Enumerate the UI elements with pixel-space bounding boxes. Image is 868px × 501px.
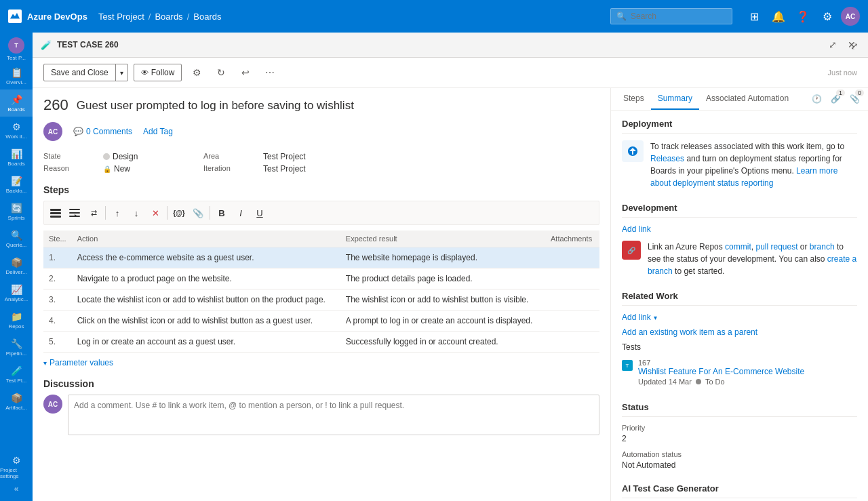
- step-add-btn[interactable]: [47, 204, 64, 222]
- table-row[interactable]: 4. Click on the wishlist icon or add to …: [43, 310, 599, 332]
- undo-btn[interactable]: ↩: [236, 63, 255, 82]
- dev-add-link[interactable]: Add link: [622, 224, 857, 234]
- step-tool-sep2: [167, 206, 167, 220]
- history-tab-icon[interactable]: 🕐: [808, 91, 825, 107]
- step-insert-btn[interactable]: [66, 204, 83, 222]
- grid-icon[interactable]: ⊞: [743, 5, 765, 27]
- sidebar-label-sprints: Sprints: [8, 215, 25, 221]
- link-tab-icon[interactable]: 🔗 1: [827, 91, 844, 107]
- table-row[interactable]: 2. Navigate to a product page on the web…: [43, 268, 599, 289]
- priority-value[interactable]: 2: [622, 434, 857, 443]
- add-link-label: Add link: [622, 313, 651, 322]
- tab-summary[interactable]: Summary: [651, 88, 699, 110]
- step-expected: The wishlist icon or add to wishlist but…: [340, 289, 545, 310]
- step-tool-sep3: [210, 206, 210, 220]
- sprints-icon: 🔄: [11, 203, 22, 214]
- breadcrumb-project[interactable]: Test Project: [98, 12, 144, 22]
- iteration-value[interactable]: Test Project: [263, 164, 358, 174]
- step-shared-btn[interactable]: ⇄: [85, 204, 102, 222]
- svg-rect-5: [69, 216, 80, 217]
- search-input[interactable]: [631, 12, 726, 21]
- top-nav-icons: ⊞ 🔔 ❓ ⚙ AC: [743, 5, 860, 27]
- sidebar-label-delivery: Deliver...: [5, 269, 26, 275]
- reason-value[interactable]: 🔒 New: [103, 164, 198, 174]
- app-logo[interactable]: Azure DevOps: [8, 9, 87, 23]
- sidebar-item-backlogs[interactable]: 📝 Backlo...: [0, 171, 33, 198]
- collapse-sidebar-btn[interactable]: «: [0, 479, 33, 498]
- sidebar-item-pipelines[interactable]: 🔧 Pipelin...: [0, 334, 33, 361]
- attachment-tab-icon[interactable]: 📎 0: [846, 91, 863, 107]
- dialog-header: 🧪 TEST CASE 260 ⤢ ✕: [33, 33, 868, 58]
- add-link-btn[interactable]: Add link ▾: [622, 313, 857, 322]
- step-action: Locate the wishlist icon or add to wishl…: [72, 289, 340, 310]
- step-tool-sep1: [105, 206, 106, 220]
- save-close-dropdown-icon[interactable]: ▾: [116, 66, 127, 80]
- testplans-icon: 🧪: [11, 365, 22, 376]
- tab-associated-automation[interactable]: Associated Automation: [699, 88, 795, 110]
- step-down-btn[interactable]: ↓: [127, 204, 145, 222]
- project-settings-item[interactable]: ⚙ Project settings: [0, 455, 33, 479]
- step-expected: A prompt to log in or create an account …: [340, 310, 545, 332]
- sidebar-item-delivery[interactable]: 📦 Deliver...: [0, 252, 33, 279]
- add-tag-btn[interactable]: Add Tag: [143, 127, 173, 136]
- user-avatar-sm[interactable]: AC: [43, 122, 62, 141]
- tab-steps[interactable]: Steps: [616, 88, 651, 110]
- step-attachments: [545, 268, 599, 289]
- step-italic-btn[interactable]: I: [232, 204, 250, 222]
- releases-link[interactable]: Releases: [650, 154, 684, 163]
- table-row[interactable]: 1. Access the e-commerce website as a gu…: [43, 247, 599, 268]
- sidebar-item-boards2[interactable]: 📊 Boards: [0, 144, 33, 171]
- expand-view-btn[interactable]: ⤢: [846, 38, 863, 54]
- related-item-title[interactable]: Wishlist Feature For An E-Commerce Websi…: [638, 367, 804, 376]
- expand-icon[interactable]: ⤢: [825, 37, 841, 53]
- branch-link[interactable]: branch: [810, 242, 835, 252]
- step-underline-btn[interactable]: U: [251, 204, 269, 222]
- more-btn[interactable]: ⋯: [260, 63, 279, 82]
- step-bold-btn[interactable]: B: [213, 204, 231, 222]
- svg-rect-1: [50, 212, 61, 214]
- follow-btn[interactable]: 👁 Follow: [134, 64, 182, 81]
- add-existing-link[interactable]: Add an existing work item as a parent: [622, 327, 857, 337]
- item-title[interactable]: Guest user prompted to log in before sav…: [77, 96, 599, 113]
- tests-label: Tests: [622, 342, 857, 352]
- breadcrumb-boards2[interactable]: Boards: [193, 12, 221, 22]
- pull-request-link[interactable]: pull request: [755, 242, 797, 252]
- state-value[interactable]: Design: [103, 152, 198, 161]
- sidebar-item-project[interactable]: T Test P...: [0, 35, 33, 62]
- gear-btn[interactable]: ⚙: [187, 63, 206, 82]
- step-attach-btn[interactable]: 📎: [189, 204, 207, 222]
- step-delete-btn[interactable]: ✕: [146, 204, 164, 222]
- user-avatar[interactable]: AC: [841, 7, 860, 26]
- sidebar-item-queries[interactable]: 🔍 Querie...: [0, 225, 33, 252]
- sidebar-item-sprints[interactable]: 🔄 Sprints: [0, 198, 33, 225]
- top-nav: Azure DevOps Test Project / Boards / Boa…: [0, 0, 868, 33]
- sidebar-item-artifacts[interactable]: 📦 Artifact...: [0, 388, 33, 415]
- sidebar-item-work[interactable]: ⚙ Work it...: [0, 117, 33, 144]
- bell-icon[interactable]: 🔔: [768, 5, 789, 27]
- sidebar-label-pipelines: Pipelin...: [6, 350, 27, 357]
- step-param-btn[interactable]: {@}: [170, 204, 188, 222]
- settings-icon[interactable]: ⚙: [816, 5, 838, 27]
- sidebar-item-analytics[interactable]: 📈 Analytic...: [0, 279, 33, 306]
- comments-link[interactable]: 💬 0 Comments: [73, 127, 132, 136]
- sidebar-item-testplans[interactable]: 🧪 Test Pl...: [0, 361, 33, 388]
- sidebar-item-boards[interactable]: 📌 Boards: [0, 89, 33, 117]
- param-values-toggle[interactable]: ▾ Parameter values: [43, 358, 599, 367]
- step-up-btn[interactable]: ↑: [108, 204, 126, 222]
- refresh-btn[interactable]: ↻: [212, 63, 231, 82]
- breadcrumb-boards1[interactable]: Boards: [155, 12, 182, 22]
- comment-input[interactable]: [68, 395, 599, 435]
- sidebar-item-overview[interactable]: 📋 Overvi...: [0, 62, 33, 89]
- sidebar-item-repos[interactable]: 📁 Repos: [0, 306, 33, 334]
- commit-link[interactable]: commit: [725, 242, 751, 252]
- attachment-badge: 0: [855, 89, 864, 96]
- help-icon[interactable]: ❓: [792, 5, 814, 27]
- table-row[interactable]: 5. Log in or create an account as a gues…: [43, 332, 599, 353]
- automation-status-value[interactable]: Not Automated: [622, 460, 857, 470]
- repos-icon: 📁: [11, 311, 22, 322]
- step-attachments: [545, 332, 599, 353]
- save-close-btn[interactable]: Save and Close ▾: [43, 64, 128, 81]
- table-row[interactable]: 3. Locate the wishlist icon or add to wi…: [43, 289, 599, 310]
- area-value[interactable]: Test Project: [263, 152, 358, 161]
- boards-icon: 📌: [11, 94, 22, 105]
